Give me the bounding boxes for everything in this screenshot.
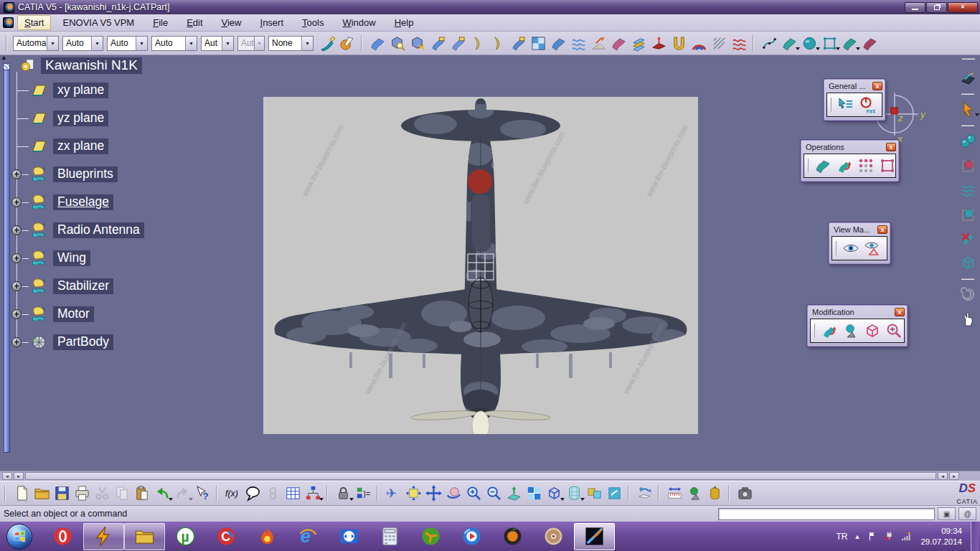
lock-button[interactable]: [333, 484, 353, 504]
open-button[interactable]: [32, 484, 52, 504]
scroll-left-icon[interactable]: ◂: [2, 472, 12, 480]
paste-button[interactable]: [132, 484, 152, 504]
hidden-icons-button[interactable]: ▲: [854, 533, 861, 540]
menu-file[interactable]: File: [146, 15, 175, 30]
start-button[interactable]: [6, 524, 32, 550]
expand-plus-icon[interactable]: +: [11, 169, 22, 179]
cut-button[interactable]: [92, 484, 112, 504]
clock[interactable]: 09:34 29.07.2014: [920, 526, 962, 547]
3d-viewport[interactable]: Kawanishi N1K + xy plane + yz plane +: [0, 55, 980, 471]
mass-button[interactable]: [705, 484, 725, 504]
tree-item-radio-antenna[interactable]: + Radio Antenna: [0, 216, 144, 244]
taskbar-utorrent[interactable]: [165, 522, 206, 551]
layered-sections-button[interactable]: [628, 33, 649, 53]
print-button[interactable]: [72, 484, 92, 504]
tree-root-label[interactable]: Kawanishi N1K: [41, 57, 142, 74]
structure-tree-button[interactable]: [303, 484, 323, 504]
palette-grip[interactable]: [836, 241, 837, 255]
inertia-button[interactable]: [684, 484, 705, 504]
save-button[interactable]: [52, 484, 72, 504]
curve-alt-button[interactable]: [488, 33, 508, 53]
palette-grip[interactable]: [814, 324, 816, 338]
render-style-button[interactable]: [564, 484, 584, 504]
menu-start[interactable]: Start: [17, 15, 51, 30]
menu-help[interactable]: Help: [387, 15, 421, 30]
comment-button[interactable]: [242, 484, 263, 504]
chevron-down-icon[interactable]: ▾: [301, 37, 313, 50]
close-icon[interactable]: x: [895, 308, 905, 316]
capture-button[interactable]: [735, 484, 755, 504]
formula-button[interactable]: [222, 484, 242, 504]
menu-edit[interactable]: Edit: [179, 15, 209, 30]
surface-dome-button[interactable]: [367, 33, 387, 53]
constraints-button[interactable]: [353, 484, 373, 504]
extrapolate-button[interactable]: [588, 33, 608, 53]
disassemble-button[interactable]: [958, 204, 979, 224]
menu-enovia[interactable]: ENOVIA V5 VPM: [55, 15, 141, 30]
spline-button[interactable]: [759, 33, 779, 53]
frame-patch-button[interactable]: [819, 33, 839, 53]
fit-all-button[interactable]: [403, 484, 423, 504]
surface-patch-button[interactable]: [779, 33, 799, 53]
scrollbar-thumb[interactable]: [25, 472, 936, 480]
measure-button[interactable]: [664, 484, 684, 504]
axis-wedge-button[interactable]: [649, 33, 669, 53]
dropdown-automatic[interactable]: Automa ▾: [13, 36, 59, 51]
dropdown-auto-3[interactable]: Auto ▾: [151, 36, 197, 51]
taskbar-internet-explorer[interactable]: [288, 522, 329, 551]
tree-handle-icon[interactable]: [3, 63, 10, 70]
undo-button[interactable]: [152, 484, 172, 504]
pattern-button[interactable]: [855, 156, 877, 176]
zoom-in-button[interactable]: [463, 484, 484, 504]
tree-item-xy-plane[interactable]: + xy plane: [0, 76, 108, 104]
network-signal-icon[interactable]: [901, 531, 912, 542]
expand-plus-icon[interactable]: +: [11, 337, 22, 347]
menu-window[interactable]: Window: [335, 15, 382, 30]
taskbar-download-manager[interactable]: [247, 522, 288, 551]
tree-item-yz-plane[interactable]: + yz plane: [0, 104, 108, 132]
power-input-button[interactable]: [857, 95, 878, 115]
healing-button[interactable]: [958, 155, 979, 175]
normal-view-button[interactable]: [504, 484, 524, 504]
view-mode-button[interactable]: [840, 238, 862, 258]
curve-button[interactable]: [468, 33, 488, 53]
minimize-button[interactable]: [905, 2, 925, 13]
volume-cube-button[interactable]: [862, 321, 883, 341]
show-desktop-button[interactable]: [971, 522, 979, 551]
paint-properties-button[interactable]: [317, 33, 337, 53]
tree-scroll-bar[interactable]: [4, 65, 10, 453]
taskbar-calculator[interactable]: [369, 522, 410, 551]
chevron-down-icon[interactable]: ▾: [136, 37, 147, 50]
chevron-down-icon[interactable]: ▾: [254, 37, 264, 50]
sphere-button[interactable]: [799, 33, 819, 53]
power-plug-icon[interactable]: [884, 531, 895, 542]
compass-origin[interactable]: [891, 108, 897, 114]
taskbar-winamp[interactable]: [83, 523, 124, 550]
tree-item-wing[interactable]: + Wing: [0, 244, 90, 272]
pan-button[interactable]: [423, 484, 443, 504]
toolbar-grip[interactable]: [6, 35, 9, 51]
cube-inspect-button[interactable]: [387, 33, 407, 53]
dropdown-auto-5[interactable]: Aut ▾: [237, 36, 265, 51]
dropdown-auto-1[interactable]: Auto ▾: [62, 36, 103, 51]
link-button[interactable]: [263, 484, 283, 504]
closed-surface-button[interactable]: [839, 33, 859, 53]
scroll-right-icon[interactable]: ▸: [14, 472, 24, 480]
model-view-image[interactable]: www.the-blueprints.com www.the-blueprint…: [263, 97, 698, 434]
design-table-button[interactable]: [283, 484, 303, 504]
taskbar-teamviewer[interactable]: [329, 522, 369, 551]
iso-view-button[interactable]: [544, 484, 564, 504]
power-input-info-button[interactable]: @: [958, 507, 976, 520]
palette-grip[interactable]: [808, 159, 809, 173]
material-sphere-button[interactable]: [337, 33, 357, 53]
whats-this-button[interactable]: [192, 484, 212, 504]
select-list-button[interactable]: [835, 95, 857, 115]
taskbar-disc-burner[interactable]: [533, 522, 574, 551]
untrim-button[interactable]: [958, 179, 979, 199]
spiral-button[interactable]: [958, 284, 979, 304]
striped-arc-button[interactable]: [689, 33, 709, 53]
new-button[interactable]: [11, 484, 32, 504]
taskbar-tunngle[interactable]: [410, 522, 451, 551]
power-input-field[interactable]: [718, 508, 935, 520]
close-icon[interactable]: x: [886, 143, 896, 151]
